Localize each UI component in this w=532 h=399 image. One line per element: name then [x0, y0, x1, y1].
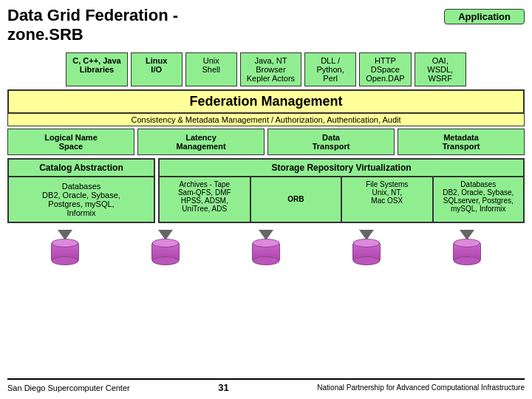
top-box-0: C, C++, JavaLibraries: [66, 52, 127, 86]
page-title: Data Grid Federation - zone.SRB: [7, 6, 178, 45]
footer-center: 31: [218, 382, 228, 393]
cylinder-2: [151, 230, 180, 262]
storage-filesystems: File SystemsUnix, NT,Mac OSX: [342, 177, 434, 223]
top-box-4: DLL /Python,Perl: [304, 52, 356, 86]
bottom-section: Catalog Abstraction DatabasesDB2, Oracle…: [7, 158, 525, 223]
top-box-1: LinuxI/O: [131, 52, 183, 86]
footer: San Diego Supercomputer Center 31 Nation…: [7, 378, 525, 393]
cylinder-5: [453, 230, 481, 262]
db-cylinder-5: [453, 242, 481, 262]
storage-databases: DatabasesDB2, Oracle, Sybase,SQLserver, …: [434, 177, 525, 223]
federation-management-header: Federation Management: [7, 89, 525, 114]
top-box-5: HTTPDSpaceOpen.DAP: [359, 52, 412, 86]
mid-boxes-row: Logical NameSpace LatencyManagement Data…: [7, 129, 525, 155]
db-cylinder-3: [252, 242, 280, 262]
latency-management: LatencyManagement: [137, 129, 265, 155]
db-cylinder-2: [151, 242, 180, 262]
top-boxes-row: C, C++, JavaLibraries LinuxI/O UnixShell…: [7, 52, 525, 86]
catalog-body: DatabasesDB2, Oracle, Sybase,Postgres, m…: [7, 177, 155, 223]
logical-name-space: Logical NameSpace: [7, 129, 134, 155]
consistency-row: Consistency & Metadata Management / Auth…: [7, 114, 525, 126]
storage-orb: ORB: [251, 177, 343, 223]
footer-left: San Diego Supercomputer Center: [7, 383, 130, 392]
storage-column: Storage Repository Virtualization Archiv…: [158, 158, 525, 223]
cylinder-3: [252, 230, 280, 262]
metadata-transport: MetadataTransport: [398, 129, 525, 155]
catalog-header: Catalog Abstraction: [7, 158, 155, 177]
storage-archives: Archives - TapeSam-QFS, DMFHPSS, ADSM,Un…: [158, 177, 251, 223]
db-cylinder-1: [51, 242, 79, 262]
top-box-3: Java, NTBrowserKepler Actors: [240, 52, 301, 86]
data-transport: DataTransport: [267, 129, 395, 155]
storage-header: Storage Repository Virtualization: [158, 158, 525, 177]
application-pill: Application: [444, 9, 525, 24]
footer-right: National Partnership for Advanced Comput…: [317, 383, 525, 392]
top-box-2: UnixShell: [185, 52, 237, 86]
db-cylinder-4: [352, 242, 381, 262]
cylinders-row: [7, 226, 525, 267]
cylinder-1: [51, 230, 79, 262]
storage-body: Archives - TapeSam-QFS, DMFHPSS, ADSM,Un…: [158, 177, 525, 223]
page: Data Grid Federation - zone.SRB Applicat…: [0, 0, 532, 399]
catalog-column: Catalog Abstraction DatabasesDB2, Oracle…: [7, 158, 155, 223]
top-box-6: OAI,WSDL,WSRF: [415, 52, 466, 86]
cylinder-4: [352, 230, 381, 262]
